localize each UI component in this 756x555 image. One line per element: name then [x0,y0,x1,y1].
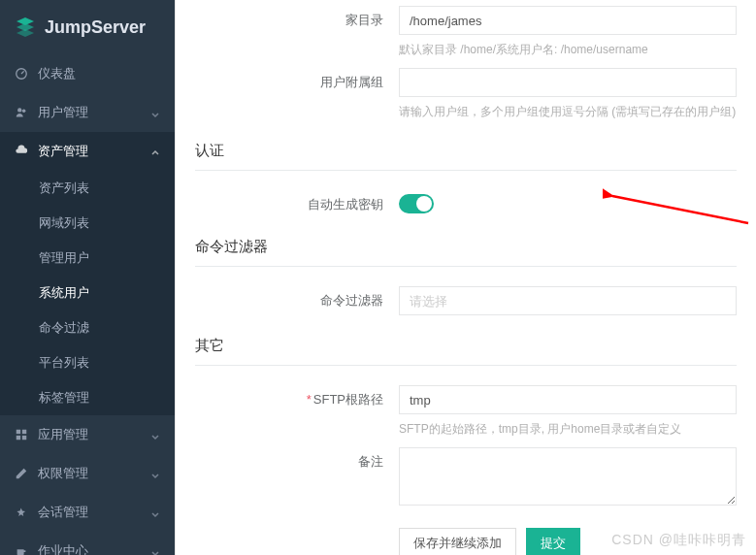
svg-rect-6 [22,436,26,440]
row-remark: 备注 [195,441,737,508]
section-auth: 认证 [195,124,737,171]
chevron-down-icon [150,430,160,440]
sub-item-admin-user[interactable]: 管理用户 [0,241,175,276]
sidebar-item-dashboard[interactable]: 仪表盘 [0,54,175,93]
svg-rect-4 [22,430,26,434]
sidebar-item-label: 资产管理 [38,143,88,160]
label-sftp-root: *SFTP根路径 [195,385,399,438]
row-buttons: 保存并继续添加 提交 [195,512,737,555]
dashboard-icon [15,67,28,81]
coffee-icon [15,544,28,555]
rocket-icon [15,506,28,519]
chevron-up-icon [150,147,160,156]
sidebar-item-perms[interactable]: 权限管理 [0,454,175,493]
row-cmd-filter: 命令过滤器 [195,280,737,315]
logo-icon [14,16,37,39]
svg-rect-5 [16,436,20,440]
sub-item-asset-list[interactable]: 资产列表 [0,171,175,206]
main-content: 家目录 默认家目录 /home/系统用户名: /home/username 用户… [175,0,756,555]
label-cmd-filter: 命令过滤器 [195,286,399,315]
input-sftp-root[interactable] [399,385,737,414]
row-home-dir: 家目录 默认家目录 /home/系统用户名: /home/username [195,0,737,58]
sidebar-item-label: 权限管理 [38,465,88,482]
save-continue-button[interactable]: 保存并继续添加 [399,528,516,555]
edit-icon [15,467,28,480]
row-user-groups: 用户附属组 请输入用户组，多个用户组使用逗号分隔 (需填写已存在的用户组) [195,62,737,120]
section-cmd-filter: 命令过滤器 [195,220,737,267]
brand-name: JumpServer [45,17,146,38]
label-auto-key: 自动生成密钥 [195,190,399,216]
row-sftp-root: *SFTP根路径 SFTP的起始路径，tmp目录, 用户home目录或者自定义 [195,379,737,438]
row-auto-key: 自动生成密钥 [195,184,737,216]
section-other: 其它 [195,319,737,366]
sidebar: JumpServer 仪表盘 用户管理 资产管理 资产列表 网域列表 管理用户 … [0,0,175,555]
toggle-knob [416,196,432,212]
label-user-groups: 用户附属组 [195,68,399,120]
textarea-remark[interactable] [399,447,737,506]
help-sftp-root: SFTP的起始路径，tmp目录, 用户home目录或者自定义 [399,420,737,438]
submit-button[interactable]: 提交 [526,528,580,555]
toggle-auto-key[interactable] [399,194,434,213]
svg-point-1 [17,108,21,112]
sidebar-item-label: 应用管理 [38,426,88,443]
chevron-down-icon [150,469,160,478]
sidebar-item-label: 作业中心 [38,542,88,555]
label-home-dir: 家目录 [195,6,399,58]
input-home-dir[interactable] [399,6,737,35]
cloud-icon [15,145,28,158]
sub-item-system-user[interactable]: 系统用户 [0,276,175,310]
help-user-groups: 请输入用户组，多个用户组使用逗号分隔 (需填写已存在的用户组) [399,103,737,120]
label-remark: 备注 [195,447,399,508]
sidebar-item-label: 会话管理 [38,504,88,521]
input-user-groups[interactable] [399,68,737,97]
sub-item-platform-list[interactable]: 平台列表 [0,345,175,380]
select-cmd-filter[interactable] [399,286,737,315]
sub-item-cmd-filter[interactable]: 命令过滤 [0,310,175,345]
sidebar-item-label: 用户管理 [38,104,88,121]
grid-icon [15,428,28,441]
sidebar-item-sessions[interactable]: 会话管理 [0,493,175,532]
sidebar-item-users[interactable]: 用户管理 [0,93,175,132]
sub-item-domain-list[interactable]: 网域列表 [0,206,175,241]
chevron-down-icon [150,507,160,517]
svg-point-2 [22,110,26,114]
sidebar-item-label: 仪表盘 [38,65,76,82]
svg-rect-3 [16,430,20,434]
chevron-down-icon [150,108,160,117]
sidebar-item-jobs[interactable]: 作业中心 [0,532,175,555]
sidebar-item-apps[interactable]: 应用管理 [0,415,175,454]
brand-logo: JumpServer [0,0,175,54]
sub-item-label-mgmt[interactable]: 标签管理 [0,380,175,415]
chevron-down-icon [150,546,160,555]
help-home-dir: 默认家目录 /home/系统用户名: /home/username [399,41,737,58]
sidebar-item-assets[interactable]: 资产管理 [0,132,175,171]
users-icon [15,106,28,119]
